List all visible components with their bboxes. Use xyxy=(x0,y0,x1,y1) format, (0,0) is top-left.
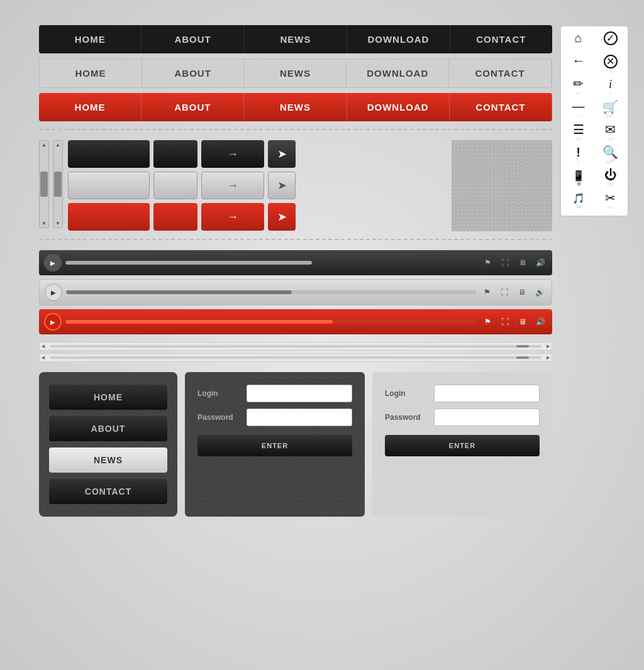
nav-red-download[interactable]: DOWNLOAD xyxy=(347,93,450,121)
arrow-btn-gray-1[interactable]: → xyxy=(201,172,264,199)
hscrollbar-2[interactable]: ◀ ▶ xyxy=(39,353,552,362)
volume-icon-dark[interactable]: 🔊 xyxy=(533,256,547,270)
hscroll-thumb-2 xyxy=(516,356,529,359)
nav-red-contact[interactable]: CONTACT xyxy=(450,93,552,121)
hscroll-left-2[interactable]: ◀ xyxy=(42,355,45,360)
vert-nav-home[interactable]: HOME xyxy=(49,385,167,410)
power-icon[interactable]: ⏻ xyxy=(604,168,617,181)
ipod-icon[interactable]: 🎵 xyxy=(572,194,585,204)
login-input-light[interactable] xyxy=(434,385,540,402)
nav-light-home[interactable]: HOME xyxy=(40,59,142,87)
home-icon[interactable]: ⌂ xyxy=(574,31,582,44)
login-form-dark: Login Password ENTER xyxy=(185,372,365,517)
flag-icon-dark[interactable]: ⚑ xyxy=(480,256,494,270)
back-arrow-icon-reflect: ← xyxy=(574,69,582,72)
hscroll-right-2[interactable]: ▶ xyxy=(547,355,550,360)
cart-icon[interactable]: 🛒 xyxy=(602,101,618,113)
login-label-light: Login xyxy=(385,389,429,398)
enter-btn-light[interactable]: ENTER xyxy=(385,435,540,456)
arrow-icon-gray-1[interactable]: ➤ xyxy=(268,172,296,199)
icon-cart-cell: 🛒 🛒 xyxy=(602,101,618,119)
scrollbar-vertical-1[interactable]: ▲ ▼ xyxy=(39,140,49,228)
vertical-nav: HOME ABOUT NEWS CONTACT xyxy=(39,372,177,517)
info-icon[interactable]: i xyxy=(609,79,612,90)
scroll-down-arrow-2[interactable]: ▼ xyxy=(55,221,60,226)
icon-phone-cell: 📱 📱 xyxy=(572,171,585,186)
nav-dark-about[interactable]: ABOUT xyxy=(142,25,244,53)
nav-red-home[interactable]: HOME xyxy=(39,93,142,121)
login-input-dark[interactable] xyxy=(247,385,352,402)
nav-red-about[interactable]: ABOUT xyxy=(142,93,244,121)
monitor-icon-gray[interactable]: 🖥 xyxy=(515,285,529,299)
scroll-up-arrow-1[interactable]: ▲ xyxy=(42,142,47,148)
enter-btn-dark[interactable]: ENTER xyxy=(197,435,352,456)
hscroll-area: ◀ ▶ ◀ ▶ xyxy=(39,342,552,362)
flag-icon-gray[interactable]: ⚑ xyxy=(480,285,494,299)
icon-music-cell: 🎵 🎵 xyxy=(572,194,585,209)
scissors-icon[interactable]: ✂ xyxy=(605,192,616,204)
scroll-up-arrow-2[interactable]: ▲ xyxy=(55,142,60,148)
scrollbar-vertical-2[interactable]: ▲ ▼ xyxy=(53,140,63,228)
vert-nav-news[interactable]: NEWS xyxy=(49,448,167,473)
nav-dark-news[interactable]: NEWS xyxy=(245,25,347,53)
btn-red-narrow-1[interactable] xyxy=(153,203,197,231)
nav-light-news[interactable]: NEWS xyxy=(245,59,347,87)
fullscreen-icon-dark[interactable]: ⛶ xyxy=(498,256,512,270)
password-row-light: Password xyxy=(385,409,540,426)
vert-nav-contact[interactable]: CONTACT xyxy=(49,479,167,504)
back-arrow-icon[interactable]: ← xyxy=(572,54,585,67)
play-button-gray[interactable]: ▶ xyxy=(45,283,62,301)
arrow-icon-dark-1[interactable]: ➤ xyxy=(268,140,296,168)
volume-icon-red[interactable]: 🔊 xyxy=(533,315,547,329)
nav-dark-contact[interactable]: CONTACT xyxy=(450,25,552,53)
flag-icon-red[interactable]: ⚑ xyxy=(480,315,494,329)
nav-light-about[interactable]: ABOUT xyxy=(142,59,245,87)
password-input-light[interactable] xyxy=(434,409,540,426)
hscroll-left-1[interactable]: ◀ xyxy=(42,344,45,349)
fullscreen-icon-red[interactable]: ⛶ xyxy=(498,315,512,329)
list-icon[interactable]: ☰ xyxy=(573,123,584,136)
play-button-red[interactable]: ▶ xyxy=(44,313,62,331)
btn-dark-narrow-1[interactable] xyxy=(153,140,197,168)
password-input-dark[interactable] xyxy=(247,409,352,426)
scroll-down-arrow-1[interactable]: ▼ xyxy=(42,221,47,226)
exclamation-icon[interactable]: ! xyxy=(576,146,580,158)
login-row-light: Login xyxy=(385,385,540,402)
icon-minus-cell: — — xyxy=(572,100,585,119)
pencil-icon[interactable]: ✏ xyxy=(573,77,584,90)
minus-icon[interactable]: — xyxy=(572,100,585,113)
nav-dark-home[interactable]: HOME xyxy=(39,25,142,53)
progress-fill-red xyxy=(65,320,333,324)
mail-icon[interactable]: ✉ xyxy=(605,123,616,136)
ipod-icon-reflect: 🎵 xyxy=(575,205,582,207)
btn-dark-wide-1[interactable] xyxy=(68,140,150,168)
monitor-icon-red[interactable]: 🖥 xyxy=(516,315,530,329)
play-button-dark[interactable]: ▶ xyxy=(44,254,62,272)
monitor-icon-dark[interactable]: 🖥 xyxy=(516,256,530,270)
scroll-thumb-1[interactable] xyxy=(40,172,48,197)
btn-red-wide-1[interactable] xyxy=(68,203,150,231)
phone-icon[interactable]: 📱 xyxy=(572,171,585,181)
hscroll-right-1[interactable]: ▶ xyxy=(547,344,550,349)
hscrollbar-1[interactable]: ◀ ▶ xyxy=(39,342,552,351)
btn-gray-narrow-1[interactable] xyxy=(153,172,197,199)
arrow-btn-dark-1[interactable]: → xyxy=(201,140,264,168)
fullscreen-icon-gray[interactable]: ⛶ xyxy=(497,285,511,299)
check-circle-icon[interactable]: ✓ xyxy=(604,31,618,45)
search-icon[interactable]: 🔍 xyxy=(602,146,618,158)
arrow-icon-red-1[interactable]: ➤ xyxy=(268,203,296,231)
icon-check-cell: ✓ ✓ xyxy=(604,31,618,50)
btn-gray-wide-1[interactable] xyxy=(68,172,150,199)
nav-dark-download[interactable]: DOWNLOAD xyxy=(347,25,450,53)
cart-icon-reflect: 🛒 xyxy=(606,114,615,118)
progress-fill-dark xyxy=(65,261,312,265)
scroll-thumb-2[interactable] xyxy=(54,172,62,197)
nav-light-download[interactable]: DOWNLOAD xyxy=(347,59,449,87)
arrow-btn-red-1[interactable]: → xyxy=(201,203,264,231)
hscroll-track-1 xyxy=(50,345,541,348)
vert-nav-about[interactable]: ABOUT xyxy=(49,416,167,441)
nav-light-contact[interactable]: CONTACT xyxy=(449,59,552,87)
close-circle-icon[interactable]: ✕ xyxy=(604,55,618,69)
nav-red-news[interactable]: NEWS xyxy=(244,93,347,121)
volume-icon-gray[interactable]: 🔊 xyxy=(533,285,547,299)
